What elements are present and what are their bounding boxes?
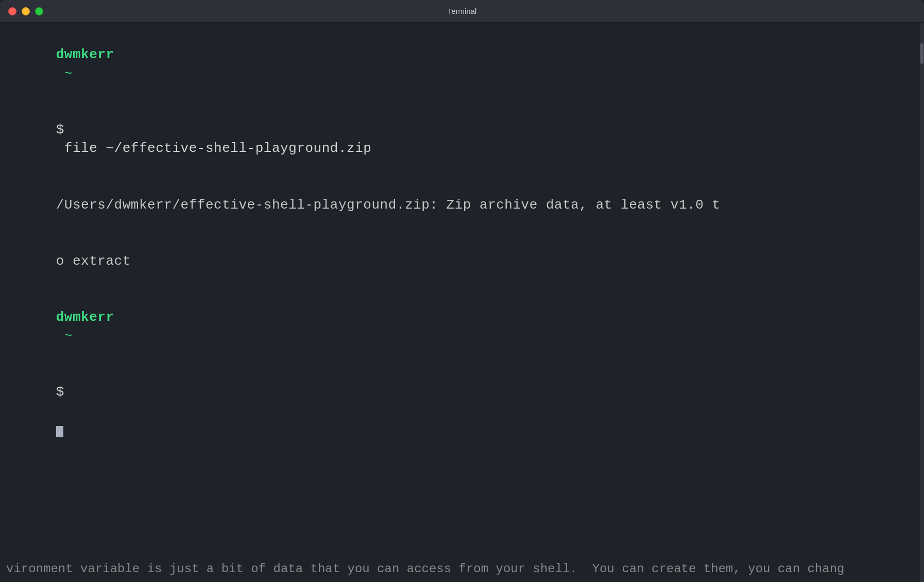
- terminal-line: $ file ~/effective-shell-playground.zip: [6, 102, 918, 177]
- prompt-user: dwmkerr: [56, 310, 114, 325]
- bottom-status-text: vironment variable is just a bit of data…: [0, 556, 924, 582]
- prompt-tilde: ~: [56, 66, 73, 81]
- terminal-input-line[interactable]: $: [6, 364, 918, 458]
- command-text: file ~/effective-shell-playground.zip: [56, 141, 372, 156]
- minimize-button[interactable]: [22, 7, 30, 15]
- terminal-window: Terminal dwmkerr ~ $ file ~/effective-sh…: [0, 0, 924, 582]
- prompt-dollar: $: [56, 384, 64, 400]
- prompt-tilde: ~: [56, 328, 73, 344]
- command-text: [56, 403, 64, 419]
- prompt-user: dwmkerr: [56, 47, 114, 62]
- terminal-line: dwmkerr ~: [6, 27, 918, 102]
- output-text: /Users/dwmkerr/effective-shell-playgroun…: [56, 197, 721, 213]
- terminal-cursor: [56, 426, 63, 437]
- window-title: Terminal: [448, 7, 477, 15]
- scrollbar[interactable]: [920, 23, 924, 582]
- output-text: o extract: [56, 253, 131, 269]
- prompt-dollar: $: [56, 122, 64, 138]
- close-button[interactable]: [8, 7, 16, 15]
- title-bar: Terminal: [0, 0, 924, 23]
- scrollbar-thumb[interactable]: [920, 43, 923, 64]
- terminal-output: /Users/dwmkerr/effective-shell-playgroun…: [6, 177, 918, 233]
- maximize-button[interactable]: [35, 7, 43, 15]
- terminal-body[interactable]: dwmkerr ~ $ file ~/effective-shell-playg…: [0, 23, 924, 582]
- traffic-lights: [8, 7, 43, 15]
- terminal-output: o extract: [6, 233, 918, 289]
- terminal-line: dwmkerr ~: [6, 289, 918, 364]
